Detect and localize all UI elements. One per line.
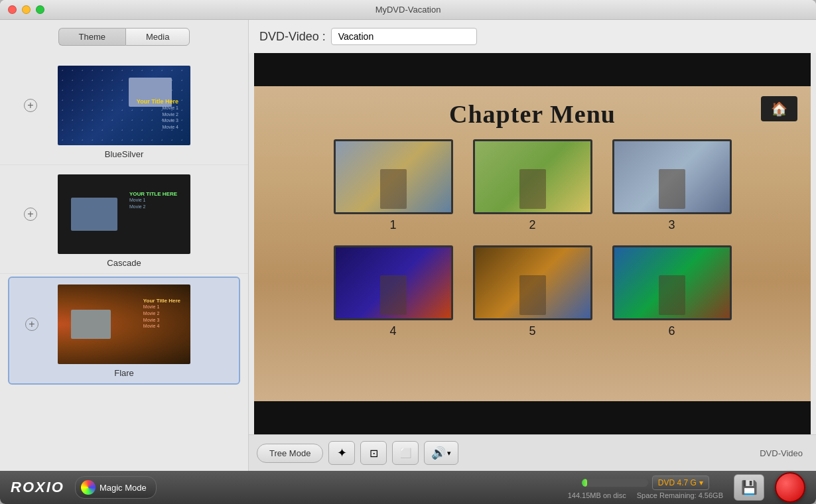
disc-used-label: 144.15MB on disc — [568, 491, 626, 499]
audio-arrow-icon: ▾ — [447, 449, 451, 458]
tab-theme[interactable]: Theme — [58, 28, 125, 46]
dvd-header: DVD-Video : — [249, 20, 816, 53]
chapter-num-4: 4 — [389, 324, 396, 338]
theme-preview-cascade: YOUR TITLE HERE Movie 1Movie 2 — [58, 174, 190, 254]
main-content: Theme Media + Your Title Here — [0, 20, 816, 471]
chapter-num-1: 1 — [389, 218, 396, 232]
thumb-figure-5 — [519, 275, 546, 315]
record-button[interactable] — [775, 472, 805, 503]
dvd-bar-bottom — [254, 401, 811, 434]
chapter-thumb-6 — [612, 245, 732, 320]
export-icon: ⬜ — [400, 448, 411, 458]
chapter-num-2: 2 — [529, 218, 535, 232]
dvd-preview: Chapter Menu 🏠 1 — [254, 53, 811, 434]
magic-orb-icon — [81, 480, 96, 495]
cascade-title: YOUR TITLE HERE — [129, 191, 177, 197]
tab-bar: Theme Media — [0, 20, 248, 51]
themes-list: + Your Title Here Movie 1Movie 2Movie 3M… — [0, 51, 248, 471]
magic-mode-label: Magic Mode — [100, 483, 147, 493]
audio-icon: 🔊 — [431, 446, 446, 460]
add-media-button[interactable]: ✦ — [328, 441, 355, 465]
slideshow-button[interactable]: ⊡ — [360, 441, 387, 465]
theme-name-flare: Flare — [15, 368, 234, 378]
theme-name-bluesilver: BlueSilver — [13, 149, 235, 159]
home-button[interactable]: 🏠 — [761, 96, 797, 121]
flare-text: Your Title Here Movie 1Movie 2Movie 3Mov… — [143, 298, 180, 330]
close-button[interactable] — [8, 5, 17, 14]
plus-icon: + — [27, 100, 33, 111]
disc-type-button[interactable]: DVD 4.7 G ▾ — [652, 475, 709, 490]
flare-title: Your Title Here — [143, 298, 180, 304]
thumb-figure-2 — [519, 169, 546, 209]
theme-preview-bluesilver: Your Title Here Movie 1Movie 2Movie 3Mov… — [58, 66, 190, 145]
dvd-bar-top — [254, 53, 811, 86]
dvd-label: DVD-Video : — [259, 30, 326, 44]
thumb-figure-3 — [659, 169, 685, 209]
disc-info: DVD 4.7 G ▾ 144.15MB on disc Space Remai… — [568, 475, 723, 499]
save-icon: 💾 — [741, 479, 758, 495]
theme-add-button-cascade[interactable]: + — [24, 208, 37, 221]
plus-icon-cascade: + — [27, 209, 33, 220]
maximize-button[interactable] — [36, 5, 44, 14]
theme-add-button-flare[interactable]: + — [25, 318, 38, 331]
chapter-thumb-3 — [612, 139, 732, 214]
magic-mode-button[interactable]: Magic Mode — [75, 476, 157, 499]
plus-icon-flare: + — [29, 319, 34, 330]
theme-add-button-bluesilver[interactable]: + — [24, 99, 37, 112]
titlebar: MyDVD-Vacation — [0, 0, 816, 20]
theme-item-bluesilver[interactable]: + Your Title Here Movie 1Movie 2Movie 3M… — [0, 59, 248, 165]
export-button[interactable]: ⬜ — [392, 441, 419, 465]
thumb-figure-4 — [380, 275, 407, 315]
theme-item-cascade[interactable]: + YOUR TITLE HERE Movie 1Movie 2 Cascade — [0, 168, 248, 274]
theme-item-flare[interactable]: + Your Title Here Movie 1Movie 2Movie 3M… — [8, 277, 240, 385]
slideshow-icon: ⊡ — [370, 447, 378, 460]
window-controls — [8, 5, 44, 14]
chapter-thumb-4 — [334, 245, 453, 320]
chapter-num-5: 5 — [529, 324, 535, 338]
dvd-video-label: DVD-Video — [760, 448, 808, 458]
flare-items: Movie 1Movie 2Movie 3Movie 4 — [143, 304, 180, 330]
statusbar: ROXIO Magic Mode DVD 4.7 G ▾ 144.15MB on… — [0, 471, 816, 504]
chapter-cell-3[interactable]: 3 — [612, 139, 732, 232]
theme-name-cascade: Cascade — [13, 258, 235, 268]
chapter-cell-2[interactable]: 2 — [473, 139, 592, 232]
dvd-title-input[interactable] — [331, 28, 477, 45]
thumb-figure-1 — [380, 169, 407, 209]
chapter-grid: 1 2 3 — [334, 139, 732, 338]
sidebar: Theme Media + Your Title Here — [0, 20, 249, 471]
cascade-text: YOUR TITLE HERE Movie 1Movie 2 — [129, 191, 177, 210]
window-title: MyDVD-Vacation — [375, 5, 441, 15]
dvd-preview-inner: Chapter Menu 🏠 1 — [254, 53, 811, 434]
chapter-cell-1[interactable]: 1 — [334, 139, 453, 232]
chapter-cell-4[interactable]: 4 — [334, 245, 453, 338]
preview-items-bluesilver: Movie 1Movie 2Movie 3Movie 4 — [137, 105, 178, 131]
home-icon: 🏠 — [771, 101, 787, 117]
chapter-thumb-5 — [473, 245, 592, 320]
flare-photo — [71, 310, 111, 339]
theme-preview-flare: Your Title Here Movie 1Movie 2Movie 3Mov… — [58, 284, 190, 364]
cascade-items: Movie 1Movie 2 — [129, 197, 177, 210]
app-window: MyDVD-Vacation Theme Media + — [0, 0, 816, 504]
roxio-logo: ROXIO — [11, 479, 64, 496]
space-remaining-label: Space Remaining: 4.56GB — [637, 491, 723, 499]
tab-media[interactable]: Media — [125, 28, 190, 46]
chapter-cell-6[interactable]: 6 — [612, 245, 732, 338]
chapter-menu-title: Chapter Menu — [449, 99, 616, 129]
disc-progress-bar — [582, 479, 648, 487]
minimize-button[interactable] — [22, 5, 31, 14]
bottom-toolbar: Tree Mode ✦ ⊡ ⬜ 🔊 ▾ DVD-Video — [249, 434, 816, 471]
disc-progress-fill — [582, 479, 587, 487]
chapter-cell-5[interactable]: 5 — [473, 245, 592, 338]
preview-title-bluesilver: Your Title Here — [137, 98, 178, 105]
chapter-num-3: 3 — [668, 218, 675, 232]
add-media-icon: ✦ — [337, 446, 347, 460]
preview-text-bluesilver: Your Title Here Movie 1Movie 2Movie 3Mov… — [137, 98, 178, 131]
audio-button[interactable]: 🔊 ▾ — [424, 441, 458, 465]
tree-mode-button[interactable]: Tree Mode — [257, 444, 323, 463]
chapter-num-6: 6 — [668, 324, 675, 338]
thumb-figure-6 — [659, 275, 685, 315]
save-button[interactable]: 💾 — [734, 474, 764, 501]
chapter-thumb-2 — [473, 139, 592, 214]
right-panel: DVD-Video : Chapter Menu 🏠 — [249, 20, 816, 471]
cascade-photo — [71, 198, 117, 231]
